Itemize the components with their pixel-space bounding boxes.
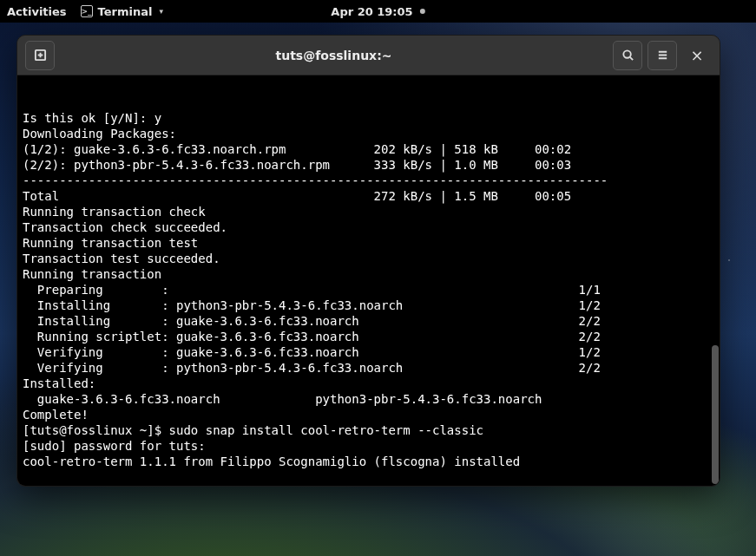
search-button[interactable] [613,41,642,70]
clock-label: Apr 20 19:05 [331,5,412,18]
terminal-line: Installing : guake-3.6.3-6.fc33.noarch 2… [23,313,714,329]
terminal-line: Complete! [23,407,714,422]
terminal-line: Transaction test succeeded. [23,251,714,266]
chevron-down-icon: ▾ [159,7,163,16]
terminal-line: (1/2): guake-3.6.3-6.fc33.noarch.rpm 202… [23,141,714,157]
terminal-line: cool-retro-term 1.1.1 from Filippo Scogn… [23,454,714,469]
hamburger-icon [656,49,669,62]
terminal-line: Total 272 kB/s | 1.5 MB 00:05 [23,188,714,204]
terminal-window: tuts@fosslinux:~ × Is this ok [y/N]: yDo… [16,35,720,487]
terminal-line: Installed: [23,376,714,391]
terminal-line: Running scriptlet: guake-3.6.3-6.fc33.no… [23,329,714,344]
menu-button[interactable] [648,41,677,70]
terminal-line: Installing : python3-pbr-5.4.3-6.fc33.no… [23,298,714,313]
new-tab-button[interactable] [25,41,55,70]
terminal-line: Running transaction [23,266,714,282]
app-menu[interactable]: >_ Terminal ▾ [81,5,163,18]
terminal-line: guake-3.6.3-6.fc33.noarch python3-pbr-5.… [23,391,714,407]
gnome-top-bar: Activities >_ Terminal ▾ Apr 20 19:05 [0,0,756,23]
terminal-line: Is this ok [y/N]: y [23,110,714,126]
search-icon [621,49,634,62]
clock-menu[interactable]: Apr 20 19:05 [331,5,424,18]
svg-line-4 [629,57,632,60]
terminal-line: Running transaction check [23,204,714,219]
terminal-line: ----------------------------------------… [23,173,714,188]
terminal-line: Downloading Packages: [23,126,714,141]
window-title: tuts@fosslinux:~ [57,49,610,62]
app-menu-label: Terminal [98,5,153,18]
terminal-icon: >_ [81,5,93,17]
terminal-line: [tuts@fosslinux ~]$ sudo snap install co… [23,422,714,438]
notification-indicator-icon [420,9,425,14]
terminal-scrollbar[interactable] [712,345,719,484]
new-tab-icon [34,49,47,62]
window-titlebar[interactable]: tuts@fosslinux:~ × [17,36,720,75]
terminal-output: Is this ok [y/N]: yDownloading Packages:… [23,110,714,469]
activities-button[interactable]: Activities [7,5,67,18]
svg-point-3 [623,50,630,57]
terminal-line: (2/2): python3-pbr-5.4.3-6.fc33.noarch.r… [23,157,714,173]
terminal-line: [sudo] password for tuts: [23,438,714,454]
close-button[interactable]: × [682,41,712,70]
close-icon: × [690,46,703,64]
terminal-line: Verifying : python3-pbr-5.4.3-6.fc33.noa… [23,360,714,376]
terminal-line: Running transaction test [23,235,714,251]
terminal-viewport[interactable]: Is this ok [y/N]: yDownloading Packages:… [17,75,720,486]
terminal-line: Preparing : 1/1 [23,282,714,298]
terminal-line: Verifying : guake-3.6.3-6.fc33.noarch 1/… [23,344,714,360]
terminal-line: Transaction check succeeded. [23,219,714,235]
